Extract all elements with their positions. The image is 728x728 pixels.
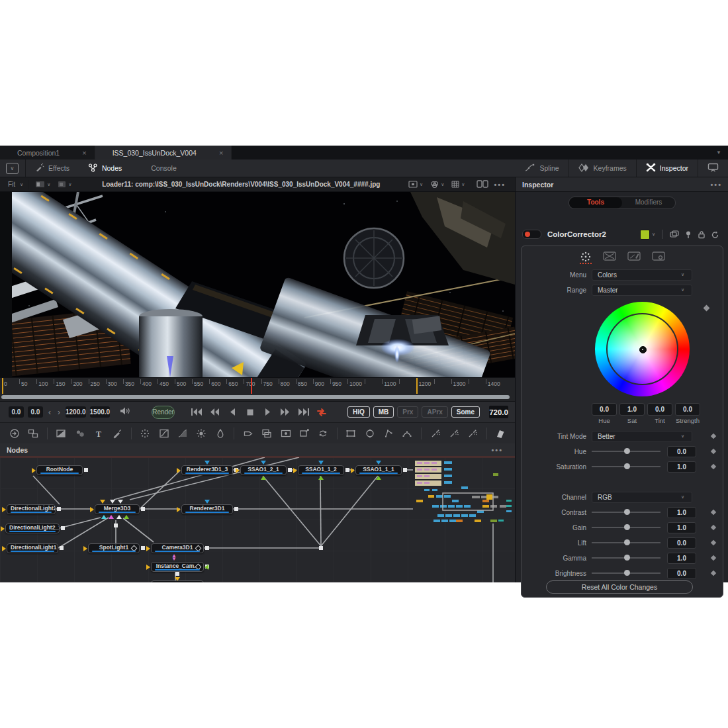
graph-node-ssao1-2-1[interactable]: SSAO1_2_1 bbox=[240, 465, 287, 475]
node-output-icon[interactable] bbox=[60, 546, 64, 550]
viewer-options-menu[interactable]: ••• bbox=[488, 181, 511, 189]
console-button[interactable]: Console bbox=[131, 159, 186, 177]
node-connection[interactable] bbox=[130, 457, 299, 500]
nodes-button[interactable]: Nodes bbox=[79, 159, 131, 177]
viewer-panel[interactable] bbox=[0, 192, 515, 377]
graph-node-camera3d1[interactable]: Camera3D1 bbox=[151, 543, 204, 553]
node-input-icon[interactable] bbox=[146, 565, 150, 570]
play-button[interactable] bbox=[259, 406, 277, 419]
keyframe-diamond-icon[interactable] bbox=[711, 449, 716, 454]
hue-slider[interactable] bbox=[592, 451, 660, 452]
node-output-icon[interactable] bbox=[288, 468, 292, 472]
viewer-lut-dropdown[interactable]: ∨ bbox=[430, 181, 446, 189]
composition-tab[interactable]: ISS_030_IssUnDock_V004× bbox=[95, 146, 232, 159]
graph-node-directionallight1[interactable]: DirectionalLight1 bbox=[7, 543, 58, 553]
node-connection[interactable] bbox=[263, 476, 321, 546]
reset-icon[interactable] bbox=[711, 230, 719, 239]
lift-value-field[interactable]: 0.0 bbox=[667, 537, 696, 549]
node-input-icon[interactable] bbox=[83, 546, 87, 551]
tool-merge-icon[interactable] bbox=[26, 427, 39, 440]
keyframe-diamond-icon[interactable] bbox=[704, 305, 710, 312]
node-camera-input-icon[interactable] bbox=[318, 476, 324, 480]
node-instance-input-icon[interactable] bbox=[205, 565, 208, 570]
keyframe-diamond-icon[interactable] bbox=[711, 510, 716, 515]
prx-button[interactable]: Prx bbox=[397, 406, 418, 418]
node-input-icon[interactable] bbox=[2, 507, 6, 512]
connection-junction[interactable] bbox=[319, 546, 323, 550]
keyframes-button[interactable]: Keyframes bbox=[569, 159, 636, 177]
tool-imageplane3d-icon[interactable] bbox=[494, 427, 507, 440]
node-connection[interactable] bbox=[33, 476, 60, 504]
node-scene-input-icon[interactable] bbox=[110, 500, 115, 504]
tab-tools[interactable]: Tools bbox=[569, 197, 622, 208]
hue-value-field[interactable]: 0.0 bbox=[592, 403, 617, 416]
viewer-grid-dropdown[interactable]: ∨ bbox=[451, 181, 467, 188]
fast-forward-button[interactable] bbox=[277, 406, 295, 419]
node-connection[interactable] bbox=[114, 457, 265, 500]
versions-icon[interactable] bbox=[670, 230, 679, 238]
lock-icon[interactable] bbox=[698, 230, 705, 239]
timeline-ruler[interactable]: 0501001502002503003504004505005506006507… bbox=[0, 377, 515, 394]
tint-value-field[interactable]: 0.0 bbox=[647, 403, 672, 416]
node-output-icon[interactable] bbox=[175, 572, 179, 576]
slider-thumb-icon[interactable] bbox=[624, 555, 630, 561]
fit-dropdown[interactable]: Fit bbox=[0, 181, 18, 188]
effects-button[interactable]: Effects bbox=[26, 159, 79, 177]
tool-huesaturation-icon[interactable] bbox=[195, 427, 208, 440]
tool-loader-icon[interactable] bbox=[8, 427, 21, 440]
menu-dropdown[interactable]: Colors ∨ bbox=[592, 269, 692, 281]
graph-node-directionallight2[interactable]: DirectionalLight2 bbox=[7, 504, 56, 514]
tool-transform-icon[interactable] bbox=[242, 427, 254, 440]
node-input-icon[interactable] bbox=[293, 468, 297, 473]
window-menu-arrow-icon[interactable]: ▼ bbox=[716, 150, 728, 156]
current-frame-display[interactable]: 720.0 bbox=[489, 406, 508, 418]
node-connection[interactable] bbox=[321, 476, 378, 546]
viewer-layout-button[interactable]: ∨ bbox=[6, 163, 19, 174]
settings-tab-icon[interactable] bbox=[652, 251, 665, 264]
global-start-field[interactable]: 0.0 bbox=[9, 406, 24, 418]
node-output-icon[interactable] bbox=[84, 468, 88, 472]
node-output-icon[interactable] bbox=[141, 546, 145, 550]
render-button[interactable]: Render bbox=[152, 406, 175, 419]
inspector-menu[interactable]: ••• bbox=[705, 181, 722, 189]
tool-fastnoise-icon[interactable] bbox=[73, 427, 86, 440]
tool-particle-emitter-icon[interactable] bbox=[429, 427, 441, 440]
range-dropdown[interactable]: Master ∨ bbox=[592, 285, 692, 296]
node-connection[interactable] bbox=[123, 518, 154, 542]
node-graph-navigator[interactable] bbox=[414, 459, 514, 526]
node-input-icon[interactable] bbox=[177, 468, 181, 473]
contrast-value-field[interactable]: 1.0 bbox=[667, 507, 696, 518]
node-input-icon[interactable] bbox=[351, 468, 355, 473]
node-3d-input-icon[interactable] bbox=[205, 500, 210, 504]
tool-bspline-mask-icon[interactable] bbox=[401, 427, 414, 440]
node-scene-connection-icon[interactable] bbox=[109, 515, 114, 519]
render-range-marker[interactable] bbox=[2, 378, 3, 394]
goto-end-button[interactable] bbox=[295, 406, 312, 419]
slider-thumb-icon[interactable] bbox=[624, 570, 630, 576]
clean-feed-button[interactable] bbox=[698, 159, 728, 177]
gamma-value-field[interactable]: 1.0 bbox=[667, 553, 696, 564]
hue-value-field[interactable]: 0.0 bbox=[667, 446, 696, 457]
node-scene-connection-icon[interactable] bbox=[116, 515, 122, 519]
tab-modifiers[interactable]: Modifiers bbox=[622, 197, 675, 208]
slider-thumb-icon[interactable] bbox=[624, 448, 630, 454]
keyframe-diamond-icon[interactable] bbox=[711, 433, 716, 439]
graph-node-ssao1-1-2[interactable]: SSAO1_1_2 bbox=[298, 465, 344, 475]
tool-particle-merge-icon[interactable] bbox=[447, 427, 460, 440]
tool-rectangle-mask-icon[interactable] bbox=[345, 427, 357, 440]
audio-icon[interactable] bbox=[120, 406, 130, 418]
composition-tab[interactable]: Composition1× bbox=[0, 146, 95, 159]
node-output-icon[interactable] bbox=[205, 546, 209, 550]
node-input-icon[interactable] bbox=[236, 468, 240, 473]
node-input-icon[interactable] bbox=[32, 468, 36, 473]
graph-node-rootnode[interactable]: RootNode bbox=[36, 465, 83, 475]
tool-resize-icon[interactable] bbox=[298, 427, 310, 440]
node-scene-input-icon[interactable] bbox=[100, 500, 105, 504]
graph-node-renderer3d1[interactable]: Renderer3D1 bbox=[181, 504, 233, 514]
node-3d-input-icon[interactable] bbox=[318, 461, 324, 465]
connection-junction[interactable] bbox=[114, 523, 118, 527]
render-range-marker[interactable] bbox=[416, 378, 418, 394]
gain-value-field[interactable]: 1.0 bbox=[667, 522, 696, 533]
node-camera-input-icon[interactable] bbox=[261, 476, 266, 480]
tool-ellipse-mask-icon[interactable] bbox=[363, 427, 376, 440]
